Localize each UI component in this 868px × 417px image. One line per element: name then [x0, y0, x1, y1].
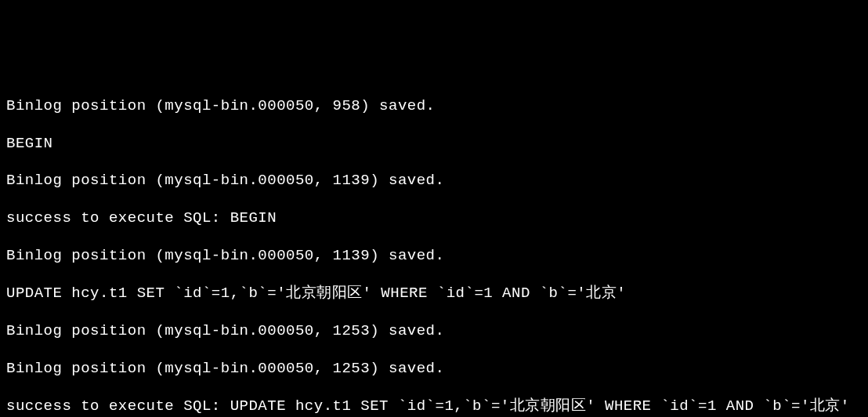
output-line: Binlog position (mysql-bin.000050, 1253)… — [6, 322, 862, 341]
output-line: UPDATE hcy.t1 SET `id`=1,`b`='北京朝阳区' WHE… — [6, 285, 862, 303]
output-line: Binlog position (mysql-bin.000050, 1139)… — [6, 247, 862, 266]
output-line: Binlog position (mysql-bin.000050, 1253)… — [6, 360, 862, 379]
output-line: Binlog position (mysql-bin.000050, 958) … — [6, 97, 862, 116]
output-line: Binlog position (mysql-bin.000050, 1139)… — [6, 172, 862, 190]
output-line: BEGIN — [6, 135, 862, 154]
output-line: success to execute SQL: UPDATE hcy.t1 SE… — [6, 397, 862, 416]
output-line: success to execute SQL: BEGIN — [6, 209, 862, 228]
terminal-output: Binlog position (mysql-bin.000050, 958) … — [6, 78, 862, 417]
